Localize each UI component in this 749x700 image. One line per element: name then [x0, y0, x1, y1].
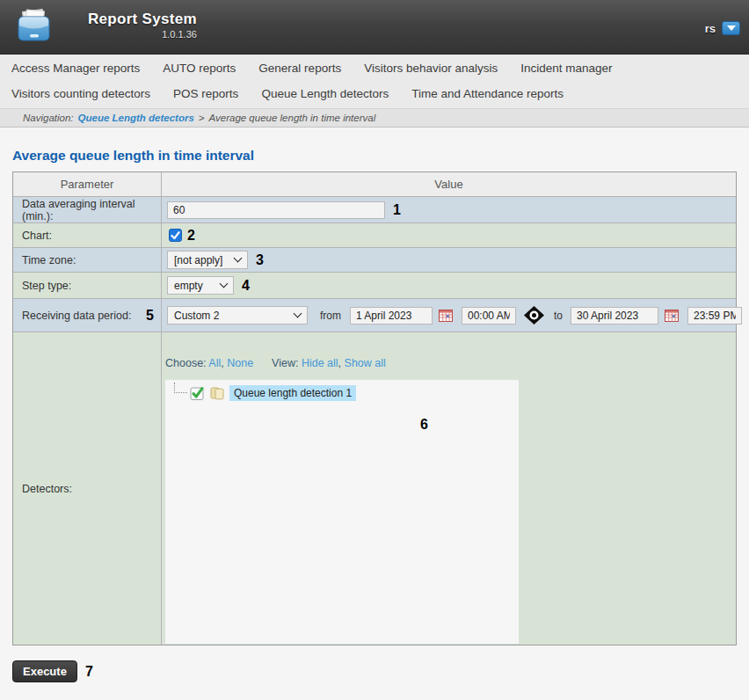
chevron-down-icon — [220, 280, 229, 288]
choose-label: Choose: — [165, 357, 207, 369]
chevron-down-icon — [727, 26, 736, 31]
breadcrumb: Navigation: Queue Length detectors > Ave… — [0, 108, 749, 128]
tree-item-checkbox[interactable] — [190, 386, 206, 401]
averaging-interval-label: Data averaging interval (min.): — [13, 197, 162, 222]
choose-none-link[interactable]: None — [227, 357, 253, 369]
annotation-1: 1 — [393, 202, 401, 218]
user-initials: rs — [705, 22, 716, 35]
checked-checkbox-icon — [190, 386, 206, 401]
execute-button[interactable]: Execute — [12, 660, 77, 682]
breadcrumb-prefix: Navigation: — [23, 113, 74, 123]
column-header-parameter: Parameter — [13, 172, 162, 196]
menu-pos-reports[interactable]: POS reports — [162, 87, 250, 100]
table-row: Time zone: [not apply] 3 — [13, 248, 736, 273]
menu-general-reports[interactable]: General reports — [247, 62, 353, 75]
from-label: from — [320, 310, 341, 322]
from-date-calendar-icon[interactable] — [439, 309, 453, 322]
period-preset-select[interactable]: Custom 2 — [167, 306, 308, 324]
detector-folder-icon — [209, 386, 225, 400]
view-label: View: — [272, 357, 298, 369]
annotation-7: 7 — [85, 664, 93, 680]
menu-visitors-behavior-analysis[interactable]: Visitors behavior analysis — [353, 62, 509, 75]
tree-item-queue-length-detection-1[interactable]: Queue length detection 1 — [174, 385, 356, 401]
app-title: Report System — [88, 11, 197, 28]
period-label: Receiving data period: — [22, 310, 131, 322]
breadcrumb-separator: > — [199, 113, 205, 123]
to-date-calendar-icon[interactable] — [665, 309, 679, 322]
view-show-all-link[interactable]: Show all — [345, 357, 386, 369]
chevron-down-icon — [294, 310, 302, 318]
main-menu: Access Manager reports AUTO reports Gene… — [0, 55, 749, 108]
chart-label: Chart: — [13, 223, 162, 247]
table-row: Chart: 2 — [13, 223, 736, 248]
menu-visitors-counting-detectors[interactable]: Visitors counting detectors — [0, 87, 162, 100]
menu-queue-length-detectors[interactable]: Queue Length detectors — [250, 87, 400, 100]
menu-incident-manager[interactable]: Incident manager — [509, 62, 623, 75]
annotation-5: 5 — [146, 308, 154, 324]
timezone-label: Time zone: — [13, 248, 162, 272]
detectors-label: Detectors: — [22, 483, 72, 495]
table-row: Data averaging interval (min.): 1 — [13, 197, 736, 223]
averaging-interval-input[interactable] — [167, 201, 385, 219]
steptype-label: Step type: — [13, 273, 162, 298]
column-header-value: Value — [162, 172, 736, 196]
table-row: Step type: empty 4 — [13, 273, 736, 299]
tree-connector — [174, 383, 187, 393]
steptype-select[interactable]: empty — [167, 276, 234, 295]
menu-access-manager-reports[interactable]: Access Manager reports — [0, 62, 151, 75]
menu-time-attendance-reports[interactable]: Time and Attendance reports — [400, 87, 575, 100]
annotation-3: 3 — [256, 252, 264, 268]
annotation-6: 6 — [420, 417, 428, 433]
annotation-2: 2 — [187, 228, 195, 244]
page-title: Average queue length in time interval — [12, 148, 749, 164]
view-hide-all-link[interactable]: Hide all — [302, 357, 338, 369]
tree-item-label[interactable]: Queue length detection 1 — [229, 385, 356, 401]
from-date-input[interactable] — [350, 307, 433, 324]
app-version: 1.0.1.36 — [88, 29, 197, 40]
breadcrumb-current: Average queue length in time interval — [209, 113, 376, 123]
app-header: Report System 1.0.1.36 rs — [0, 0, 749, 55]
breadcrumb-link-queue-length-detectors[interactable]: Queue Length detectors — [78, 113, 194, 123]
annotation-4: 4 — [242, 278, 250, 294]
table-row: Detectors: Choose: All, None View: Hide … — [13, 332, 736, 645]
table-row: Receiving data period: 5 Custom 2 from — [13, 299, 736, 332]
to-time-input[interactable] — [687, 307, 742, 324]
chart-checkbox[interactable] — [169, 229, 182, 242]
chevron-down-icon — [234, 254, 243, 263]
checked-checkbox-icon — [169, 229, 182, 242]
from-time-picker-icon[interactable] — [524, 306, 544, 324]
detectors-tree-panel: Queue length detection 1 6 — [165, 380, 519, 644]
choose-all-link[interactable]: All — [208, 357, 221, 369]
to-label: to — [554, 310, 563, 322]
detectors-toolbar: Choose: All, None View: Hide all, Show a… — [165, 357, 736, 372]
timezone-select[interactable]: [not apply] — [167, 251, 248, 269]
to-date-input[interactable] — [571, 307, 658, 324]
user-menu-button[interactable] — [722, 21, 740, 35]
menu-auto-reports[interactable]: AUTO reports — [151, 62, 247, 75]
parameter-table: Parameter Value Data averaging interval … — [12, 171, 737, 645]
app-logo-icon — [14, 9, 55, 47]
from-time-input[interactable] — [462, 307, 516, 324]
